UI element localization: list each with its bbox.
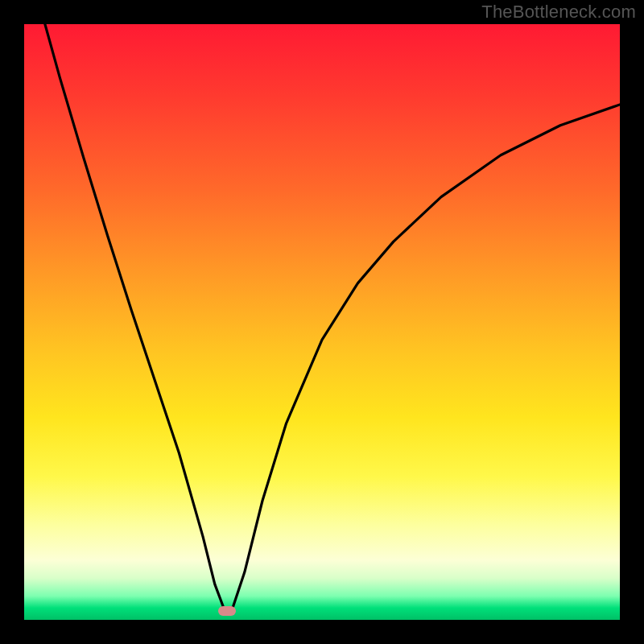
- watermark-text: TheBottleneck.com: [481, 2, 636, 23]
- plot-area: [24, 24, 620, 620]
- curve-layer: [24, 24, 620, 620]
- curve-path: [45, 24, 620, 608]
- vertex-marker: [218, 606, 236, 616]
- chart-frame: TheBottleneck.com: [0, 0, 644, 644]
